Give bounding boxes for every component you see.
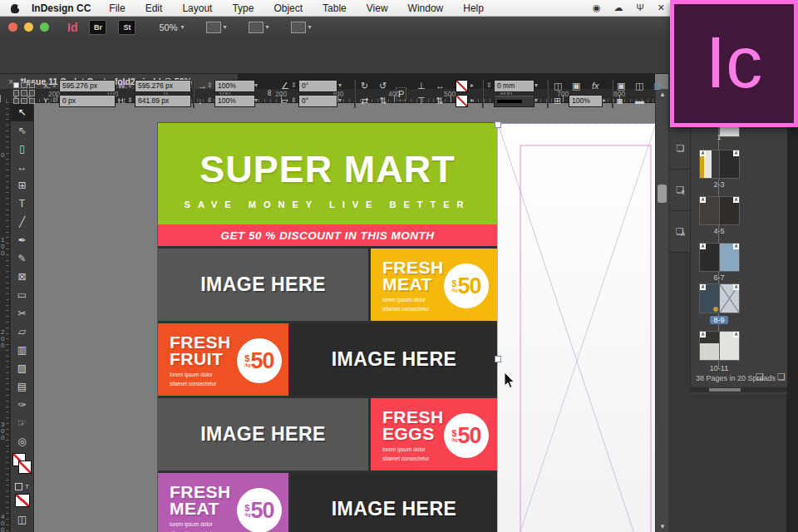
stepper-icon[interactable]: ⇕: [127, 80, 133, 91]
pen-tool[interactable]: ✒: [11, 231, 33, 249]
flip-horizontal-button[interactable]: ⇄: [361, 95, 368, 106]
height-field[interactable]: 841.89 px: [135, 95, 191, 107]
scroll-down-icon[interactable]: ▼: [656, 521, 669, 532]
stroke-style-dropdown[interactable]: [494, 95, 534, 107]
menu-object[interactable]: Object: [273, 2, 303, 14]
zoom-tool[interactable]: ◎: [11, 432, 33, 451]
fill-swatch-none[interactable]: [456, 80, 468, 92]
bridge-button[interactable]: Br: [89, 20, 106, 35]
page-thumbnail-5[interactable]: A: [719, 196, 740, 225]
fit-content-proportionally-button[interactable]: ◫: [635, 80, 643, 91]
menu-view[interactable]: View: [367, 2, 388, 14]
chevron-down-icon[interactable]: ▾: [338, 95, 342, 106]
effects-button[interactable]: fx: [592, 80, 599, 91]
shear-angle-field[interactable]: 0°: [298, 95, 337, 107]
corner-options-icon[interactable]: ◫: [554, 80, 562, 91]
frame-tool[interactable]: ⊠: [11, 268, 33, 286]
distribute-vertical-button[interactable]: ⇅: [436, 95, 443, 106]
hand-tool[interactable]: ☞: [11, 414, 33, 432]
free-transform-tool[interactable]: ▱: [11, 323, 33, 341]
selection-handle[interactable]: [495, 356, 501, 362]
screen-mode-button[interactable]: ◫: [11, 510, 33, 529]
gradient-swatch-tool[interactable]: ▥: [11, 341, 33, 359]
apply-none-swatch[interactable]: [15, 494, 30, 507]
content-collector-tool[interactable]: ⊞: [11, 176, 33, 195]
stepper-icon[interactable]: ⇕: [291, 80, 297, 91]
menu-app-name[interactable]: InDesign CC: [32, 2, 91, 14]
zoom-level-dropdown[interactable]: 50% ▾: [159, 22, 184, 32]
pages-panel-scrollbar[interactable]: [691, 387, 787, 392]
eyedropper-tool[interactable]: ✑: [11, 396, 33, 414]
distribute-horizontal-button[interactable]: ↔: [436, 80, 445, 91]
page-thumbnail-6[interactable]: A: [699, 243, 720, 272]
scale-x-field[interactable]: 100%: [214, 80, 255, 92]
view-options-dropdown[interactable]: ▾: [206, 22, 227, 33]
page-thumbnail-2[interactable]: A: [699, 150, 720, 179]
menu-type[interactable]: Type: [232, 2, 254, 14]
scrollbar-thumb[interactable]: [658, 185, 667, 203]
rotation-angle-field[interactable]: 0°: [298, 80, 337, 92]
x-position-field[interactable]: 595.276 px: [59, 80, 116, 92]
canvas-vertical-scrollbar[interactable]: ▲ ▼: [655, 89, 669, 532]
scale-y-field[interactable]: 100%: [214, 95, 255, 107]
empty-page-frame[interactable]: [497, 124, 656, 532]
zoom-window-button[interactable]: [40, 22, 49, 32]
dock-panel-glyphs-button[interactable]: ❏A: [670, 211, 691, 253]
direct-selection-tool[interactable]: ⇖: [11, 121, 33, 140]
fill-stroke-swatches[interactable]: [11, 451, 33, 480]
menu-layout[interactable]: Layout: [182, 2, 212, 14]
stepper-icon[interactable]: ⇕: [486, 80, 492, 91]
rotate-ccw-button[interactable]: ↺: [379, 80, 387, 91]
page-label-8-9[interactable]: 8-9: [692, 316, 746, 324]
chevron-down-icon[interactable]: ▾: [254, 80, 258, 91]
fit-frame-to-content-button[interactable]: ▬: [635, 95, 644, 106]
select-container-button[interactable]: P: [396, 87, 406, 101]
triangle-right-icon[interactable]: ▸: [470, 80, 474, 91]
page-thumbnail-7[interactable]: A: [719, 243, 740, 272]
scrollbar-thumb[interactable]: [709, 388, 741, 392]
page-label-4-5[interactable]: 4-5: [692, 227, 746, 235]
gradient-feather-tool[interactable]: ▨: [11, 359, 33, 377]
menu-file[interactable]: File: [109, 2, 125, 14]
flyer-artwork[interactable]: SUPER MART SAVE MONEY LIVE BETTER GET 50…: [158, 123, 497, 532]
menu-help[interactable]: Help: [463, 2, 484, 14]
chevron-down-icon[interactable]: ▾: [534, 80, 538, 91]
page-label-2-3[interactable]: 2-3: [692, 180, 746, 189]
corner-shape-icon[interactable]: ▣: [572, 80, 580, 91]
stepper-icon[interactable]: ⇕: [207, 95, 213, 106]
page-tool[interactable]: ▯: [11, 140, 33, 158]
fill-frame-proportionally-button[interactable]: ▣: [617, 80, 625, 91]
center-content-button[interactable]: ◙: [617, 95, 623, 106]
menu-table[interactable]: Table: [323, 2, 347, 14]
stroke-swatch-none[interactable]: [456, 95, 468, 107]
dock-panel-assignments-button[interactable]: ❏: [670, 128, 691, 170]
width-field[interactable]: 595.276 px: [135, 80, 191, 92]
page-label-6-7[interactable]: 6-7: [692, 273, 746, 282]
stepper-icon[interactable]: ⇕: [291, 95, 297, 106]
stroke-weight-field[interactable]: 0 mm: [494, 80, 534, 92]
reference-point-proxy[interactable]: [13, 82, 35, 104]
page-thumbnail-8[interactable]: A: [699, 283, 720, 313]
line-tool[interactable]: ╱: [11, 213, 33, 231]
rectangle-tool[interactable]: ▭: [11, 286, 33, 304]
gap-tool[interactable]: ↔: [11, 158, 33, 176]
flip-vertical-button[interactable]: ⇅: [379, 95, 387, 106]
stepper-icon[interactable]: ⇕: [127, 95, 133, 106]
page-thumbnail-10[interactable]: A: [699, 331, 720, 361]
constrain-scale-link-icon[interactable]: ∞: [264, 90, 276, 96]
apple-logo[interactable]: [10, 3, 20, 13]
align-bottom-button[interactable]: ⊤: [417, 95, 426, 106]
page-thumbnail-3[interactable]: A: [719, 150, 740, 179]
minimize-window-button[interactable]: [24, 22, 33, 32]
container-icon[interactable]: [15, 483, 22, 490]
corner-size-icon[interactable]: ⊞: [554, 95, 561, 106]
note-tool[interactable]: ▤: [11, 377, 33, 396]
page-thumbnail-9[interactable]: A: [719, 283, 740, 313]
creative-cloud-icon[interactable]: ☁: [614, 2, 623, 13]
screen-mode-dropdown[interactable]: ▾: [249, 22, 269, 33]
chevron-down-icon[interactable]: ▾: [534, 95, 538, 106]
stepper-icon[interactable]: ⇕: [207, 80, 213, 91]
align-top-button[interactable]: ⊥: [417, 80, 426, 91]
selection-tool[interactable]: ↖: [11, 103, 33, 121]
page-thumbnail-4[interactable]: A: [699, 196, 720, 225]
